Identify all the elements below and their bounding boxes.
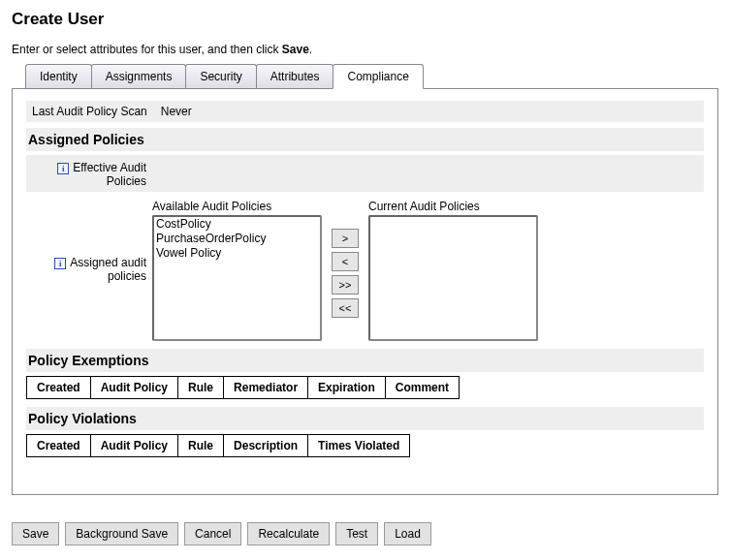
assigned-policies-heading: Assigned Policies xyxy=(26,128,704,151)
save-button[interactable]: Save xyxy=(12,522,59,545)
instructions-pre: Enter or select attributes for this user… xyxy=(12,43,282,56)
tab-assignments[interactable]: Assignments xyxy=(91,64,187,88)
current-policies-list[interactable] xyxy=(368,215,538,341)
page-title: Create User xyxy=(12,10,718,29)
assigned-policies-row: iAssigned audit policies Available Audit… xyxy=(26,196,704,345)
available-policies-list[interactable]: CostPolicy PurchaseOrderPolicy Vowel Pol… xyxy=(152,215,322,341)
add-button[interactable]: > xyxy=(332,229,359,248)
col-remediator: Remediator xyxy=(224,377,308,399)
last-scan-value: Never xyxy=(161,105,192,118)
col-audit-policy: Audit Policy xyxy=(90,435,177,457)
col-created: Created xyxy=(27,435,91,457)
policy-exemptions-heading: Policy Exemptions xyxy=(26,349,704,372)
effective-policies-text: Effective Audit Policies xyxy=(73,161,146,188)
tab-identity[interactable]: Identity xyxy=(25,64,92,88)
test-button[interactable]: Test xyxy=(335,522,378,545)
list-item[interactable]: PurchaseOrderPolicy xyxy=(154,232,320,246)
add-all-button[interactable]: >> xyxy=(332,275,359,295)
info-icon[interactable]: i xyxy=(57,163,69,174)
col-audit-policy: Audit Policy xyxy=(90,377,177,399)
tab-security[interactable]: Security xyxy=(185,64,256,88)
violations-table: Created Audit Policy Rule Description Ti… xyxy=(26,434,410,457)
policy-violations-heading: Policy Violations xyxy=(26,407,704,430)
info-icon[interactable]: i xyxy=(54,258,66,269)
col-description: Description xyxy=(224,435,308,457)
remove-button[interactable]: < xyxy=(332,252,359,271)
list-item[interactable]: CostPolicy xyxy=(154,217,320,232)
last-scan-label: Last Audit Policy Scan xyxy=(32,105,147,118)
list-item[interactable]: Vowel Policy xyxy=(154,246,320,261)
cancel-button[interactable]: Cancel xyxy=(184,522,241,545)
recalculate-button[interactable]: Recalculate xyxy=(247,522,330,545)
current-column: Current Audit Policies xyxy=(368,200,538,341)
effective-policies-row: iEffective Audit Policies xyxy=(26,155,704,192)
tab-row: Identity Assignments Security Attributes… xyxy=(25,64,718,88)
assigned-policies-label: iAssigned audit policies xyxy=(28,200,152,283)
col-rule: Rule xyxy=(178,435,224,457)
col-rule: Rule xyxy=(178,377,224,399)
button-bar: Save Background Save Cancel Recalculate … xyxy=(12,522,718,545)
instructions: Enter or select attributes for this user… xyxy=(12,43,718,56)
load-button[interactable]: Load xyxy=(384,522,431,545)
last-scan-row: Last Audit Policy Scan Never xyxy=(26,101,704,122)
table-row: Created Audit Policy Rule Description Ti… xyxy=(27,435,410,457)
available-column: Available Audit Policies CostPolicy Purc… xyxy=(152,200,322,341)
exemptions-table: Created Audit Policy Rule Remediator Exp… xyxy=(26,376,460,399)
col-comment: Comment xyxy=(385,377,459,399)
assigned-policies-text: Assigned audit policies xyxy=(70,256,146,283)
move-buttons: > < >> << xyxy=(332,229,359,318)
effective-policies-label: iEffective Audit Policies xyxy=(28,159,152,188)
available-caption: Available Audit Policies xyxy=(152,200,322,213)
col-created: Created xyxy=(27,377,91,399)
background-save-button[interactable]: Background Save xyxy=(65,522,178,545)
remove-all-button[interactable]: << xyxy=(332,298,359,318)
tab-attributes[interactable]: Attributes xyxy=(256,64,334,88)
col-times-violated: Times Violated xyxy=(308,435,410,457)
current-caption: Current Audit Policies xyxy=(368,200,538,213)
table-row: Created Audit Policy Rule Remediator Exp… xyxy=(27,377,460,399)
instructions-post: . xyxy=(309,43,312,56)
col-expiration: Expiration xyxy=(308,377,386,399)
tab-compliance[interactable]: Compliance xyxy=(333,64,423,89)
dual-list: Available Audit Policies CostPolicy Purc… xyxy=(152,200,538,341)
instructions-bold: Save xyxy=(282,43,309,56)
compliance-panel: Last Audit Policy Scan Never Assigned Po… xyxy=(12,88,718,495)
